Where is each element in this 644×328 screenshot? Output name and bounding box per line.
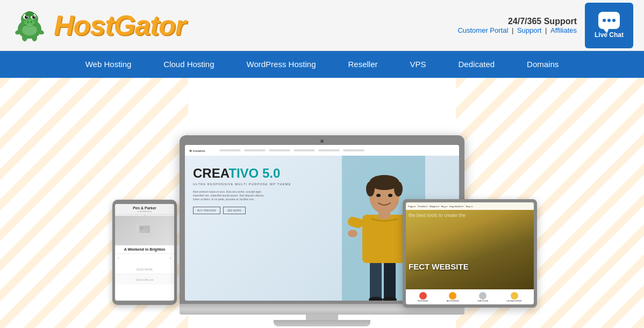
svg-point-16 (25, 11, 34, 17)
phone-blog-header: Pen & Parker a lifestyle blog (115, 204, 174, 215)
tablet-nav-item-4: Blog ▾ (441, 205, 447, 208)
nav-link-reseller[interactable]: Reseller (332, 51, 393, 78)
nav-link-vps[interactable]: VPS (394, 51, 442, 78)
nav-link-web-hosting[interactable]: Web Hosting (69, 51, 148, 78)
tablet-website-content: Pages ▾ Portfolio ▾ Widgets ▾ Blog ▾ Pag… (406, 202, 534, 304)
laptop-stand (306, 315, 338, 320)
creativo-nav-item-3 (269, 149, 290, 151)
svg-point-9 (27, 21, 29, 23)
creativo-desc-line3: lorem at libero. In mi pede, posuere at,… (193, 198, 300, 201)
phone-blog-subtitle: a lifestyle blog (133, 210, 156, 213)
nav-item-domains[interactable]: Domains (511, 51, 575, 78)
tablet-icon-circle-gold (511, 292, 518, 300)
creativo-subtitle: ULTRA RESPONSIVE MULTI PURPOSE WP THEME (193, 183, 300, 186)
chat-dot-2 (607, 19, 611, 22)
main-nav: Web Hosting Cloud Hosting WordPress Host… (0, 51, 644, 78)
phone-screen: Pen & Parker a lifestyle blog ✦ (115, 204, 174, 301)
tablet-nav-item-1: Pages ▾ (408, 205, 416, 208)
tablet-nav-item-2: Portfolio ▾ (418, 205, 427, 208)
chat-dot-3 (612, 19, 616, 22)
phone-outer-frame: Pen & Parker a lifestyle blog ✦ (112, 200, 177, 305)
nav-item-web-hosting[interactable]: Web Hosting (69, 51, 148, 78)
phone-arrow-left-icon: ‹ (118, 256, 119, 260)
tablet-headline-area: FECT WEBSITE (409, 263, 531, 271)
svg-point-37 (388, 194, 392, 197)
nav-item-cloud-hosting[interactable]: Cloud Hosting (147, 51, 230, 78)
svg-point-7 (34, 16, 35, 17)
creativo-title-part2: TIVO 5.0 (228, 166, 280, 180)
svg-point-40 (348, 230, 357, 237)
creativo-desc: Nam pretium turpis et arcu. Duis arcu to… (193, 190, 300, 201)
tablet-nav-item-3: Widgets ▾ (430, 205, 439, 208)
creativo-brand: ⊕ creativo (189, 149, 216, 152)
tablet-icon-chat: CHAT PLUGIN (477, 292, 488, 302)
tablet-icon-multipurpose: MULTIPURPOSE (447, 292, 459, 302)
nav-link-dedicated[interactable]: Dedicated (442, 51, 511, 78)
tablet-icon-label-1: RESPONSIVE (418, 300, 428, 302)
support-links: Customer Portal | Support | Affiliates (457, 26, 577, 34)
creativo-buy-btn[interactable]: BUY PREVIEW (193, 207, 220, 214)
tablet-screen: Pages ▾ Portfolio ▾ Widgets ▾ Blog ▾ Pag… (406, 202, 534, 304)
affiliates-link[interactable]: Affiliates (550, 26, 577, 34)
creativo-desc-line1: Nam pretium turpis et arcu. Duis arcu to… (193, 190, 300, 194)
tablet-device: Pages ▾ Portfolio ▾ Widgets ▾ Blog ▾ Pag… (403, 199, 537, 308)
support-247-text: 24/7/365 Support (457, 17, 577, 26)
logo-text: HostGator (54, 9, 185, 41)
tablet-outer-frame: Pages ▾ Portfolio ▾ Widgets ▾ Blog ▾ Pag… (403, 199, 537, 308)
chat-bubble-icon (598, 12, 620, 29)
nav-link-wordpress-hosting[interactable]: WordPress Hosting (231, 51, 332, 78)
hero-section: Pen & Parker a lifestyle blog ✦ (0, 78, 644, 328)
creativo-nav-item-4 (294, 149, 315, 151)
tablet-icon-support: LIFETIME SUPPORT (506, 292, 522, 302)
laptop-camera-icon (320, 140, 324, 143)
phone-device: Pen & Parker a lifestyle blog ✦ (112, 200, 177, 305)
phone-nav-arrows: ‹ › (115, 254, 174, 262)
tablet-icons-row: RESPONSIVE MULTIPURPOSE CHAT PLUGIN (406, 289, 534, 304)
customer-portal-link[interactable]: Customer Portal (457, 26, 508, 34)
svg-point-15 (22, 25, 37, 35)
creativo-desc-line2: imperdiet nec, imperdiet iaculis ipsum. … (193, 194, 300, 198)
creativo-text-area: CREATIVO 5.0 ULTRA RESPONSIVE MULTI PURP… (185, 156, 309, 301)
tablet-icon-circle-yellow (449, 292, 456, 300)
tablet-icon-label-2: MULTIPURPOSE (447, 300, 459, 302)
tablet-small-text: the best tools to create the (409, 213, 466, 218)
svg-point-34 (366, 181, 375, 196)
chat-dots (603, 19, 616, 22)
phone-blog-card: A Weekend in Brighton (115, 245, 174, 254)
devices-container: Pen & Parker a lifestyle blog ✦ (80, 96, 564, 326)
svg-point-6 (26, 16, 27, 17)
tablet-icon-responsive: RESPONSIVE (418, 292, 428, 302)
phone-read-more: READ MORE (137, 268, 153, 271)
svg-point-23 (141, 227, 143, 229)
support-info: 24/7/365 Support Customer Portal | Suppo… (457, 17, 577, 34)
phone-arrow-right-icon: › (170, 256, 171, 260)
creativo-nav-item-1 (219, 149, 241, 151)
tablet-icon-label-4: LIFETIME SUPPORT (506, 300, 522, 302)
nav-item-dedicated[interactable]: Dedicated (442, 51, 511, 78)
nav-link-domains[interactable]: Domains (511, 51, 575, 78)
gator-mascot-icon (11, 6, 48, 44)
nav-item-reseller[interactable]: Reseller (332, 51, 393, 78)
creativo-title-part1: CREA (193, 166, 228, 180)
phone-find-list: Get on the List (136, 278, 154, 281)
nav-item-wordpress-hosting[interactable]: WordPress Hosting (231, 51, 332, 78)
chat-dot-1 (603, 19, 606, 22)
support-link[interactable]: Support (517, 26, 542, 34)
live-chat-button[interactable]: Live Chat (585, 3, 633, 48)
tablet-headline: FECT WEBSITE (409, 263, 531, 271)
creativo-main-title: CREATIVO 5.0 (193, 166, 300, 180)
tablet-icon-circle-red (419, 292, 427, 300)
tablet-icon-circle-gray (479, 292, 486, 300)
site-header: HostGator 24/7/365 Support Customer Port… (0, 0, 644, 51)
nav-link-cloud-hosting[interactable]: Cloud Hosting (147, 51, 230, 78)
creativo-nav-item-5 (318, 149, 340, 151)
svg-point-35 (394, 181, 403, 196)
creativo-nav-bar: ⊕ creativo (185, 145, 459, 156)
phone-blog-image (115, 216, 174, 245)
svg-rect-30 (362, 215, 406, 263)
creativo-see-more-btn[interactable]: SEE MORE (223, 207, 246, 214)
creativo-buttons: BUY PREVIEW SEE MORE (193, 207, 300, 214)
phone-blog-content: Pen & Parker a lifestyle blog ✦ (115, 204, 174, 301)
tablet-nav-item-6: Shop ▾ (466, 205, 472, 208)
nav-item-vps[interactable]: VPS (394, 51, 442, 78)
